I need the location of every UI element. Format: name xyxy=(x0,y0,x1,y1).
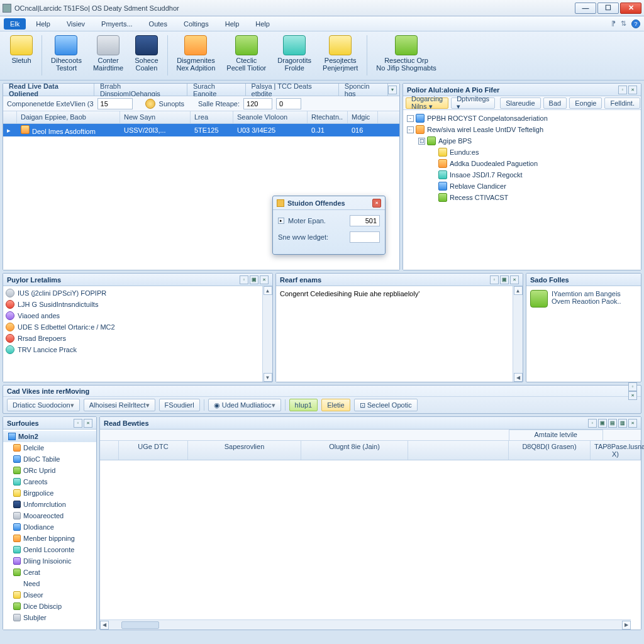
panel-tool-2[interactable]: ▣ xyxy=(250,275,258,284)
nav-item-8[interactable]: Menber bippning xyxy=(3,533,96,544)
tree-node-3[interactable]: Eundu:es xyxy=(404,147,640,158)
menu-help[interactable]: Help xyxy=(219,18,246,30)
minimize-button[interactable]: — xyxy=(575,3,596,14)
scroll-thumb[interactable] xyxy=(121,621,159,629)
tree-node-0[interactable]: -PPBH ROCYST Conpelatonsaderiation xyxy=(404,113,640,124)
scroll-left-icon[interactable]: ◀ xyxy=(514,373,523,382)
tree-node-4[interactable]: Addka Duodealed Paguetion xyxy=(404,158,640,169)
strip-btn-2[interactable]: FSoudierl xyxy=(159,399,200,411)
panel-tool-3[interactable]: × xyxy=(260,275,269,284)
tree-rbtn-3[interactable]: Felldint. xyxy=(604,97,640,109)
g2-tool-4[interactable]: ▥ xyxy=(618,419,627,428)
ribbon-resectiuc orp[interactable]: Resectiuc Orp No Jifip Shogmabts xyxy=(371,34,441,73)
ribbon-sletuh[interactable]: Sletuh xyxy=(5,34,38,65)
g2-tool-2[interactable]: ▣ xyxy=(598,419,607,428)
menu-elk[interactable]: Elk xyxy=(4,18,26,30)
tree-tab-1[interactable]: Dptvnitegs ▾ xyxy=(451,97,495,109)
scroll-up-icon[interactable]: ▲ xyxy=(264,286,272,295)
strip-btn-4[interactable]: hIup1 xyxy=(289,399,318,411)
close-button[interactable]: ✕ xyxy=(620,3,641,14)
puylor-item-3[interactable]: UDE S Edbettel Ortaric:e / MC2 xyxy=(6,321,260,333)
ribbon-dragorotits[interactable]: Dragorotits Frolde xyxy=(272,34,316,73)
menu-outes[interactable]: Outes xyxy=(143,18,174,30)
live-col-4[interactable]: Seanole Vloloon xyxy=(233,111,308,123)
nav-item-4[interactable]: Birgpolice xyxy=(3,487,96,499)
ribbon-conter[interactable]: Conter Mairdtime xyxy=(88,34,128,73)
scrollbar-v-2[interactable]: ▲◀ xyxy=(513,286,523,382)
live-tab-0[interactable]: Read Live Data Opliened xyxy=(3,84,94,96)
grid2-col-0[interactable] xyxy=(100,441,119,460)
live-grid-row[interactable]: ▸Deol Imes AsdoftiomUSSV/20I3,...5TE125U… xyxy=(3,124,399,136)
tree-rbtn-1[interactable]: Bad xyxy=(543,97,567,109)
nav-tool-1[interactable]: ▫ xyxy=(74,419,82,428)
live-col-1[interactable]: Daigan Eppiee, Baob xyxy=(17,111,120,123)
puylor-item-0[interactable]: IUS (j2clini DPSciY) FOPIPR xyxy=(6,287,260,299)
ribbon-disgmenites[interactable]: Disgmenites Nex Adpition xyxy=(172,34,221,73)
menubar-glyph-1[interactable]: ⁋ xyxy=(611,19,616,28)
component-select[interactable] xyxy=(97,98,133,109)
grid2-col-3[interactable]: Olugnt 8ie (Jain) xyxy=(301,441,408,460)
live-tab-2[interactable]: Surach Eanoite xyxy=(187,84,246,96)
nav-item-7[interactable]: Dlodiance xyxy=(3,521,96,533)
scroll-right-arrow[interactable]: ▶ xyxy=(622,621,631,630)
sunopts-label[interactable]: Sunopts xyxy=(159,100,184,108)
menu-pmyerts...[interactable]: Pmyerts... xyxy=(95,18,139,30)
ledget-input[interactable] xyxy=(350,231,380,243)
puylor-item-4[interactable]: Rrsad Brepoers xyxy=(6,333,260,344)
scroll-down-icon[interactable]: ▼ xyxy=(264,373,272,382)
tree-node-6[interactable]: Reblave Clandicer xyxy=(404,180,640,192)
studion-dialog[interactable]: Stuidon Offendes × ▸ Moter Epan. Sne wvw… xyxy=(272,196,386,255)
zero-select[interactable] xyxy=(276,98,301,109)
grid2-col-1[interactable]: UGe DTC xyxy=(119,441,188,460)
panel-menu-icon[interactable]: ▾ xyxy=(388,86,397,94)
live-tab-1[interactable]: Brrabh Dinspiom|Oehangis xyxy=(94,84,187,96)
nav-tool-2[interactable]: × xyxy=(84,419,92,428)
panel-tool-1[interactable]: ▫ xyxy=(240,275,248,284)
panel-tool-b[interactable]: ▣ xyxy=(500,275,509,284)
nav-item-1[interactable]: DlioC Tabile xyxy=(3,453,96,465)
strip-btn-3[interactable]: ◉ Uded Mudliatioc xyxy=(208,399,281,411)
puylor-item-1[interactable]: LJH G SusidIntnsndictuilts xyxy=(6,299,260,310)
grid2-body[interactable]: ◀ ▶ xyxy=(100,460,641,630)
nav-item-2[interactable]: ORc Uprid xyxy=(3,465,96,476)
tree-node-5[interactable]: Insaoe JSD/I.7 Regockt xyxy=(404,169,640,180)
tree-tab-0[interactable]: Dogarcing Nilns ▾ xyxy=(406,97,448,109)
menu-help[interactable]: Help xyxy=(249,18,276,30)
ribbon-pesojtects[interactable]: Pesojtects Penjerjmert xyxy=(318,34,363,73)
ribbon-cteclic[interactable]: Cteclic Pecell Tiotior xyxy=(221,34,271,73)
nav-item-10[interactable]: Dliing Inisoionic xyxy=(3,555,96,567)
nav-item-6[interactable]: Mooareocted xyxy=(3,510,96,521)
strip-btn-5[interactable]: Eletie xyxy=(321,399,350,411)
tree-rbtn-2[interactable]: Eongie xyxy=(569,97,602,109)
filter-tree[interactable]: -PPBH ROCYST Conpelatonsaderiation←Rew/s… xyxy=(403,110,641,270)
puylor-item-2[interactable]: Viaoed andes xyxy=(6,310,260,321)
grid2-col-4[interactable] xyxy=(408,441,509,460)
nav-item-0[interactable]: Delcile xyxy=(3,442,96,453)
ribbon-dihecoots[interactable]: Dihecoots Testort xyxy=(46,34,87,73)
menubar-glyph-2[interactable]: ⇅ xyxy=(621,19,626,28)
menu-visiev[interactable]: Visiev xyxy=(60,18,91,30)
tree-node-7[interactable]: Recess CTIVACST xyxy=(404,192,640,203)
sun-icon[interactable] xyxy=(145,99,155,109)
panel-min-icon[interactable]: ▫ xyxy=(618,86,627,94)
nav-root[interactable]: Moin2 xyxy=(3,431,96,442)
sado-line2[interactable]: Ovem Reaotion Paok.. xyxy=(552,297,621,305)
scroll-left-arrow[interactable]: ◀ xyxy=(100,621,109,630)
tree-node-2[interactable]: ⊡Agipe BPS xyxy=(404,135,640,147)
grid2-col-2[interactable]: Sapesrovlien xyxy=(188,441,301,460)
moter-input[interactable] xyxy=(350,215,380,226)
dialog-close-button[interactable]: × xyxy=(372,199,381,208)
nav-item-14[interactable]: Dice Dbiscip xyxy=(3,601,96,612)
live-col-5[interactable]: Rtechatn.. xyxy=(308,111,348,123)
surfouies-tree[interactable]: Moin2DelcileDlioC TabileORc UpridCareots… xyxy=(3,430,96,630)
scroll-up-icon-2[interactable]: ▲ xyxy=(514,286,523,295)
puylor-item-5[interactable]: TRV Lancice Prack xyxy=(6,344,260,355)
nav-item-11[interactable]: Cerat xyxy=(3,567,96,578)
sado-line1[interactable]: IYaemtion am Bangeis xyxy=(552,290,621,297)
strip-tool-1[interactable]: ▫ xyxy=(628,382,637,391)
live-col-2[interactable]: New Sayn xyxy=(120,111,191,123)
nav-item-13[interactable]: Diseor xyxy=(3,589,96,601)
g2-tool-3[interactable]: ▤ xyxy=(608,419,617,428)
expand-icon[interactable]: ← xyxy=(407,126,414,133)
sado-icon[interactable] xyxy=(530,290,548,308)
